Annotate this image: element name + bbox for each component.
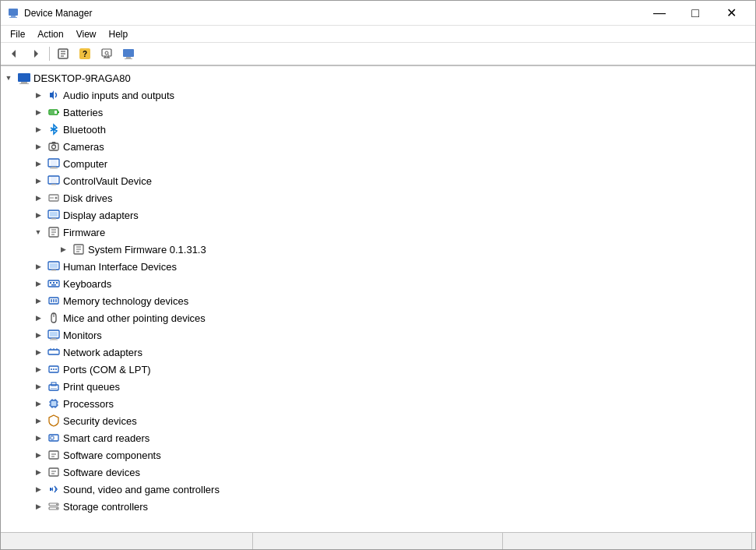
toolbar-back[interactable] [4, 44, 24, 63]
expand-icon[interactable]: ▶ [32, 260, 44, 273]
tree-item[interactable]: ▶Storage controllers [1, 498, 755, 515]
tree-item[interactable]: ▶Audio inputs and outputs [1, 86, 755, 104]
item-icon [47, 328, 61, 342]
toolbar-help[interactable]: ? [75, 44, 95, 63]
minimize-button[interactable]: — [642, 1, 677, 26]
svg-rect-20 [18, 73, 30, 82]
device-manager-window: Device Manager — □ ✕ File Action View He… [0, 0, 756, 550]
item-icon [47, 482, 61, 496]
item-label: Memory technology devices [63, 295, 188, 307]
expand-icon[interactable]: ▶ [32, 123, 44, 136]
item-label: Storage controllers [63, 501, 148, 513]
expand-icon[interactable]: ▶ [32, 277, 44, 290]
svg-point-36 [55, 197, 58, 199]
expand-icon[interactable]: ▶ [32, 380, 44, 393]
item-label: Keyboards [63, 278, 111, 290]
menu-file[interactable]: File [4, 27, 31, 41]
expand-icon[interactable]: ▶ [32, 397, 44, 410]
menu-action[interactable]: Action [31, 27, 69, 41]
close-button[interactable]: ✕ [713, 1, 749, 26]
tree-item[interactable]: ▶Mice and other pointing devices [1, 309, 755, 326]
tree-item[interactable]: ▶Display adapters [1, 206, 755, 224]
toolbar-display[interactable] [118, 44, 139, 63]
expand-icon[interactable]: ▶ [32, 329, 44, 341]
svg-rect-40 [51, 218, 56, 220]
device-tree[interactable]: ▼ DESKTOP-9RAGA80 ▶Audio inputs and outp… [1, 66, 755, 532]
expand-icon[interactable]: ▶ [32, 312, 44, 324]
expand-icon[interactable]: ▶ [32, 89, 44, 101]
svg-rect-88 [51, 436, 54, 439]
tree-item[interactable]: ▶Software devices [1, 464, 755, 481]
svg-rect-51 [51, 270, 56, 271]
tree-root[interactable]: ▼ DESKTOP-9RAGA80 [1, 69, 755, 86]
tree-item[interactable]: ▶Human Interface Devices [1, 258, 755, 275]
tree-item[interactable]: ▶Print queues [1, 378, 755, 395]
item-icon [47, 465, 61, 479]
item-label: Ports (COM & LPT) [63, 364, 151, 375]
tree-item[interactable]: ▶Smart card readers [1, 429, 755, 446]
expand-icon[interactable]: ▶ [32, 449, 44, 461]
item-label: Display adapters [63, 210, 139, 221]
toolbar-forward[interactable] [26, 44, 46, 63]
tree-item[interactable]: ▶Security devices [1, 412, 755, 429]
tree-item[interactable]: ▶Memory technology devices [1, 292, 755, 309]
svg-rect-54 [53, 282, 55, 284]
expand-icon[interactable]: ▶ [32, 414, 44, 427]
expand-icon[interactable]: ▶ [32, 432, 44, 444]
svg-rect-92 [49, 468, 58, 476]
tree-item[interactable]: ▶Computer [1, 155, 755, 172]
tree-item[interactable]: ▶Disk drives [1, 189, 755, 206]
svg-point-98 [56, 508, 58, 509]
item-label: Mice and other pointing devices [63, 312, 206, 324]
item-icon [47, 397, 61, 411]
svg-rect-50 [50, 263, 58, 268]
item-icon [47, 139, 61, 153]
tree-item[interactable]: ▶Network adapters [1, 344, 755, 361]
tree-item[interactable]: ▶ControlVault Device [1, 172, 755, 189]
item-icon [47, 448, 61, 462]
item-icon [47, 311, 61, 325]
tree-item[interactable]: ▶Batteries [1, 104, 755, 121]
item-label: Audio inputs and outputs [63, 90, 174, 101]
expand-icon[interactable]: ▶ [32, 157, 44, 170]
expand-icon[interactable]: ▶ [32, 175, 44, 187]
tree-item[interactable]: ▶Cameras [1, 138, 755, 155]
expand-icon[interactable]: ▶ [32, 363, 44, 375]
expand-icon[interactable]: ▶ [32, 466, 44, 478]
expand-icon[interactable]: ▶ [32, 140, 44, 153]
tree-item[interactable]: ▶Ports (COM & LPT) [1, 361, 755, 378]
tree-item[interactable]: ▶Sound, video and game controllers [1, 481, 755, 498]
maximize-button[interactable]: □ [677, 1, 713, 26]
expand-icon[interactable]: ▶ [32, 294, 44, 307]
expand-icon[interactable]: ▶ [32, 192, 44, 204]
toolbar-scan[interactable] [97, 44, 117, 63]
expand-icon[interactable]: ▶ [32, 346, 44, 358]
menu-help[interactable]: Help [103, 27, 135, 41]
item-icon [47, 499, 61, 513]
item-label: System Firmware 0.1.31.3 [88, 244, 206, 256]
item-label: Smart card readers [63, 432, 149, 444]
item-icon [47, 225, 61, 239]
status-text2 [253, 533, 502, 549]
tree-item[interactable]: ▶Keyboards [1, 275, 755, 292]
expand-icon[interactable]: ▶ [57, 243, 69, 256]
tree-item[interactable]: ▶Monitors [1, 326, 755, 344]
svg-rect-58 [51, 299, 52, 302]
item-label: Firmware [63, 227, 105, 238]
tree-item[interactable]: ▶Bluetooth [1, 121, 755, 138]
expand-icon[interactable]: ▶ [32, 500, 44, 513]
toolbar-properties[interactable] [53, 44, 73, 63]
tree-item[interactable]: ▼Firmware [1, 224, 755, 241]
expand-icon[interactable]: ▶ [32, 209, 44, 221]
expand-icon[interactable]: ▼ [32, 226, 44, 238]
tree-item[interactable]: ▶Processors [1, 395, 755, 412]
expand-icon[interactable]: ▶ [32, 106, 44, 118]
expand-icon[interactable]: ▶ [32, 483, 44, 495]
root-label: DESKTOP-9RAGA80 [33, 72, 131, 84]
svg-point-73 [55, 368, 57, 370]
menu-view[interactable]: View [70, 27, 103, 41]
tree-item[interactable]: ▶Software components [1, 446, 755, 464]
svg-rect-1 [11, 16, 16, 17]
svg-rect-18 [126, 57, 131, 58]
tree-item[interactable]: ▶System Firmware 0.1.31.3 [1, 241, 755, 258]
